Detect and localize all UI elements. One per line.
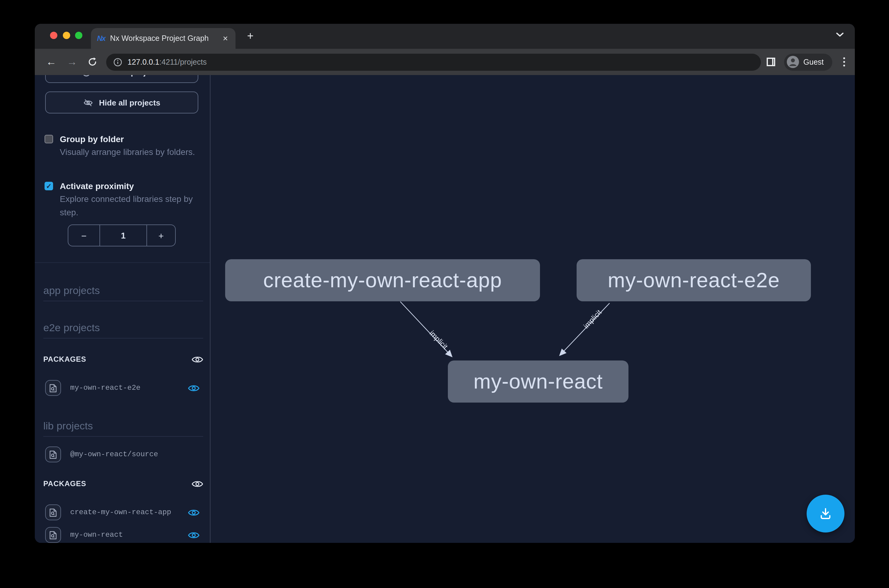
minimize-window-button[interactable] [63,32,70,39]
proximity-depth-stepper: − 1 + [68,225,176,246]
tab-title: Nx Workspace Project Graph [110,34,216,43]
packages-title: PACKAGES [43,355,86,363]
edge-label: implicit [582,308,603,330]
project-row-create-my-own-react-app: create-my-own-react-app [45,504,203,520]
file-search-button[interactable] [45,380,61,396]
sidebar: Show all projects Hide all projects [35,75,210,543]
graph-node-create-my-own-react-app[interactable]: create-my-own-react-app [225,259,540,302]
e2e-projects-heading: e2e projects [43,322,203,339]
reload-icon[interactable] [84,54,100,70]
eye-icon-blue[interactable] [188,384,200,392]
tab-nx-workspace-project-graph[interactable]: Nx Nx Workspace Project Graph ✕ [91,28,236,49]
increment-button[interactable]: + [147,225,175,246]
project-row-my-own-react-source: @my-own-react/source [45,447,203,462]
packages-section-header: PACKAGES [43,479,203,488]
new-tab-button[interactable]: + [247,30,254,42]
nx-graph-app: Show all projects Hide all projects [35,75,855,543]
activate-proximity-checkbox[interactable]: ✓ [45,182,53,190]
project-name[interactable]: my-own-react [70,531,188,539]
eye-icon-blue[interactable] [188,531,200,539]
chevron-down-icon[interactable] [836,32,844,37]
group-by-folder-checkbox[interactable] [45,135,53,143]
eye-icon[interactable] [192,480,203,488]
split-view-icon[interactable] [766,57,775,66]
nx-logo-icon: Nx [97,34,105,43]
graph-edges: implicit implicit [210,75,855,543]
eye-off-icon [83,97,94,108]
project-name[interactable]: create-my-own-react-app [70,508,188,517]
avatar-icon [786,56,799,68]
url-text: 127.0.0.1:4211/projects [128,58,207,66]
decrement-button[interactable]: − [68,225,99,246]
project-row-my-own-react-e2e: my-own-react-e2e [45,380,203,396]
group-by-folder-description: Visually arrange libraries by folders. [60,145,200,159]
eye-icon[interactable] [192,355,203,363]
download-graph-button[interactable] [806,495,844,532]
traffic-lights [50,32,83,39]
project-graph-canvas[interactable]: implicit implicit create-my-own-react-ap… [210,75,855,543]
url-host: 127.0.0.1 [128,58,159,66]
project-name[interactable]: my-own-react-e2e [70,384,188,392]
maximize-window-button[interactable] [75,32,83,39]
browser-window: Nx Nx Workspace Project Graph ✕ + ← → 12… [35,24,855,543]
file-search-button[interactable] [45,527,61,543]
graph-node-my-own-react-e2e[interactable]: my-own-react-e2e [577,259,811,302]
sidebar-divider [35,262,210,263]
address-bar[interactable]: 127.0.0.1:4211/projects [106,53,761,70]
project-name[interactable]: @my-own-react/source [70,450,203,459]
profile-button[interactable]: Guest [784,53,832,70]
packages-section-header: PACKAGES [43,355,203,363]
kebab-menu-icon[interactable] [841,57,847,66]
url-path: :4211/projects [159,58,207,66]
hide-all-label: Hide all projects [99,98,161,107]
lib-projects-heading: lib projects [43,420,203,437]
graph-node-my-own-react[interactable]: my-own-react [448,360,628,403]
back-icon[interactable]: ← [43,54,59,70]
show-all-icon [82,75,91,76]
activate-proximity-description: Explore connected libraries step by step… [60,192,200,219]
activate-proximity-label: Activate proximity [60,181,134,191]
file-search-button[interactable] [45,504,61,520]
app-projects-heading: app projects [43,285,203,302]
group-by-folder-label: Group by folder [60,134,124,144]
info-icon[interactable] [114,58,122,66]
download-icon [818,506,833,521]
show-all-projects-button[interactable]: Show all projects [45,75,198,83]
eye-icon-blue[interactable] [188,508,200,516]
profile-name: Guest [803,58,824,66]
close-tab-icon[interactable]: ✕ [221,34,230,43]
edge-label: implicit [428,329,450,351]
browser-toolbar: ← → 127.0.0.1:4211/projects Gu [35,49,855,75]
hide-all-projects-button[interactable]: Hide all projects [45,92,198,114]
close-window-button[interactable] [50,32,57,39]
stepper-value: 1 [99,225,147,246]
file-search-button[interactable] [45,447,61,462]
activate-proximity-option: ✓ Activate proximity Explore connected l… [45,181,203,219]
group-by-folder-option: Group by folder Visually arrange librari… [45,134,203,159]
packages-title: PACKAGES [43,479,86,488]
show-all-label: Show all projects [96,75,162,76]
edge-e2e-to-my-own-react[interactable] [560,303,610,355]
forward-icon[interactable]: → [64,54,80,70]
project-row-my-own-react: my-own-react [45,527,203,543]
tab-strip: Nx Nx Workspace Project Graph ✕ + [35,24,855,49]
